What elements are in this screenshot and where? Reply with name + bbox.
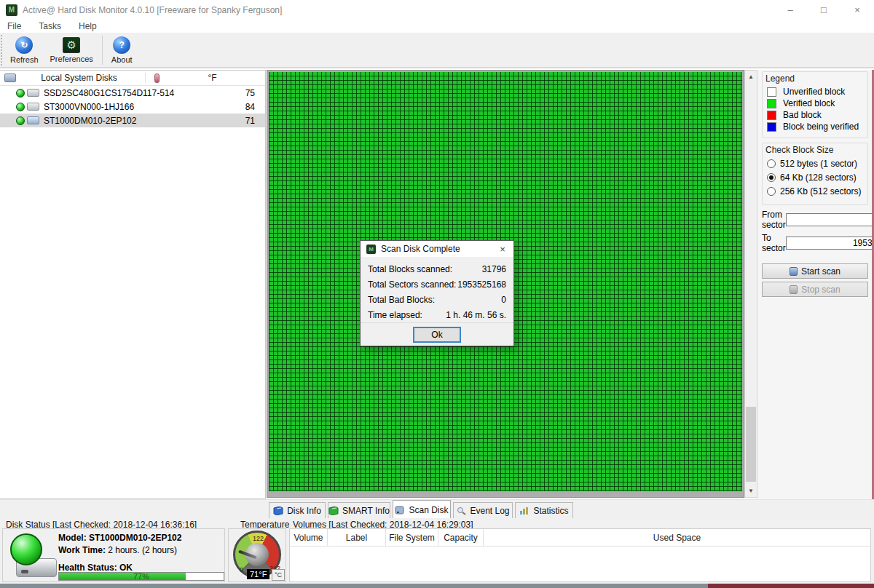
start-scan-button[interactable]: Start scan	[762, 263, 868, 279]
stop-scan-button[interactable]: Stop scan	[762, 282, 868, 297]
legend-item-unverified: Unverified block	[767, 87, 863, 97]
legend-label: Unverified block	[783, 87, 845, 97]
gauge-top-value: 122	[253, 535, 264, 542]
tab-label: Statistics	[533, 506, 568, 516]
window-title: Active@ Hard Disk Monitor 4.0.10 [Freewa…	[23, 5, 282, 15]
unverified-block-swatch	[767, 87, 776, 97]
scrollbar-thumb[interactable]	[746, 407, 756, 482]
celsius-toggle-button[interactable]: °C	[272, 569, 285, 581]
col-label[interactable]: Label	[328, 529, 386, 546]
stop-scan-label: Stop scan	[801, 285, 840, 295]
col-file-system[interactable]: File System	[386, 529, 438, 546]
scroll-up-arrow[interactable]: ▲	[745, 71, 757, 83]
scan-options-panel: Legend Unverified block Verified block B…	[757, 70, 872, 499]
refresh-button[interactable]: ↻ Refresh	[4, 35, 44, 65]
tab-scan-disk[interactable]: Scan Disk	[393, 500, 451, 519]
radio-256-kb[interactable]: 256 Kb (512 sectors)	[767, 186, 863, 196]
legend-item-verified: Verified block	[767, 98, 863, 108]
thermometer-icon	[154, 74, 160, 83]
tab-label: SMART Info	[342, 506, 390, 516]
verified-block-swatch	[767, 99, 776, 108]
scan-grid-scrollbar[interactable]: ▲ ▼	[744, 70, 757, 498]
preferences-label: Preferences	[50, 55, 93, 63]
stat-label: Time elapsed:	[368, 310, 422, 320]
disk-row-st3000vn000[interactable]: ST3000VN000-1HJ166 84	[0, 100, 265, 114]
radio-icon-checked[interactable]	[767, 173, 776, 182]
from-sector-input[interactable]	[786, 213, 874, 226]
tab-disk-info[interactable]: Disk Info	[269, 502, 326, 518]
minimize-button[interactable]: –	[773, 0, 807, 20]
dialog-title: Scan Disk Complete	[381, 244, 460, 254]
disk-list-header[interactable]: Local System Disks °F	[0, 71, 265, 86]
radio-icon[interactable]	[767, 187, 776, 196]
ok-button[interactable]: Ok	[413, 327, 461, 343]
disk-name: ST1000DM010-2EP102	[44, 116, 233, 126]
disk-status-ok-icon	[16, 116, 25, 125]
legend-title: Legend	[765, 74, 863, 84]
start-scan-icon	[790, 267, 798, 276]
event-log-magnifier-icon	[456, 506, 466, 515]
preferences-icon: ⚙	[63, 37, 80, 53]
col-used-space[interactable]: Used Space	[484, 529, 870, 546]
menu-bar: File Tasks Help	[0, 20, 874, 33]
dialog-close-icon[interactable]: ×	[492, 241, 513, 257]
to-sector-row: To sector	[762, 233, 868, 253]
legend-item-being-verified: Block being verified	[767, 122, 863, 132]
hard-disk-icon	[27, 103, 39, 111]
hard-disk-icon	[27, 116, 39, 124]
disk-row-ssd2sc480[interactable]: SSD2SC480G1CS1754D117-514 75	[0, 86, 265, 100]
radio-icon[interactable]	[767, 159, 776, 168]
taskbar-strip-right	[708, 584, 874, 588]
disk-name: SSD2SC480G1CS1754D117-514	[44, 88, 233, 98]
radio-64-kb[interactable]: 64 Kb (128 sectors)	[767, 172, 863, 183]
menu-tasks[interactable]: Tasks	[37, 20, 63, 32]
radio-512-bytes[interactable]: 512 bytes (1 sector)	[767, 159, 863, 169]
menu-help[interactable]: Help	[77, 20, 98, 32]
about-button[interactable]: ? About	[106, 35, 138, 65]
radio-label: 256 Kb (512 sectors)	[780, 186, 861, 196]
disk-row-st1000dm010-selected[interactable]: ST1000DM010-2EP102 71	[0, 114, 265, 127]
tab-label: Disk Info	[287, 506, 321, 516]
tab-smart-info[interactable]: SMART Info	[328, 502, 390, 518]
close-button[interactable]: ×	[840, 0, 874, 20]
dialog-title-bar[interactable]: M Scan Disk Complete ×	[361, 241, 513, 257]
gauge-min-value: 0	[240, 566, 243, 573]
refresh-icon: ↻	[15, 36, 33, 54]
disk-temp: 84	[233, 102, 265, 112]
tab-event-log[interactable]: Event Log	[453, 502, 513, 518]
tab-label: Event Log	[470, 506, 509, 516]
dialog-row-sectors: Total Sectors scanned: 1953525168	[368, 279, 506, 290]
block-size-title: Check Block Size	[765, 145, 863, 155]
legend-label: Block being verified	[783, 122, 859, 132]
stat-value: 1 h. 46 m. 56 s.	[446, 310, 506, 320]
disk-list-header-title[interactable]: Local System Disks	[16, 73, 146, 83]
legend-label: Verified block	[783, 98, 835, 108]
col-capacity[interactable]: Capacity	[438, 529, 484, 546]
volumes-box: Volume Label File System Capacity Used S…	[289, 528, 871, 582]
to-sector-input[interactable]	[786, 237, 874, 250]
col-volume[interactable]: Volume	[290, 529, 328, 546]
bad-block-swatch	[767, 111, 776, 120]
tab-statistics[interactable]: Statistics	[515, 502, 573, 518]
tab-label: Scan Disk	[409, 505, 448, 515]
health-progress-text: 77%	[59, 572, 224, 581]
computer-icon	[4, 74, 16, 82]
dialog-row-bad-blocks: Total Bad Blocks: 0	[368, 295, 506, 305]
temp-unit-header[interactable]: °F	[160, 73, 265, 83]
menu-file[interactable]: File	[6, 20, 23, 32]
scroll-down-arrow[interactable]: ▼	[745, 485, 757, 497]
maximize-button[interactable]: □	[807, 0, 840, 20]
disk-name: ST3000VN000-1HJ166	[44, 102, 233, 112]
view-tabs: Disk Info SMART Info Scan Disk Event Log…	[0, 499, 874, 518]
to-sector-label: To sector	[762, 233, 786, 253]
disk-list-panel: Local System Disks °F SSD2SC480G1CS1754D…	[0, 70, 266, 499]
stat-value: 1953525168	[457, 279, 506, 290]
stat-value: 31796	[482, 264, 506, 274]
disk-status-text: Model: ST1000DM010-2EP102 Work Time: 2 h…	[58, 532, 181, 574]
stat-label: Total Bad Blocks:	[368, 295, 435, 305]
preferences-button[interactable]: ⚙ Preferences	[44, 36, 99, 65]
start-scan-label: Start scan	[801, 266, 840, 277]
dialog-body: Total Blocks scanned: 31796 Total Sector…	[361, 257, 513, 320]
taskbar-strip	[0, 584, 874, 588]
window-controls: – □ ×	[773, 0, 874, 20]
